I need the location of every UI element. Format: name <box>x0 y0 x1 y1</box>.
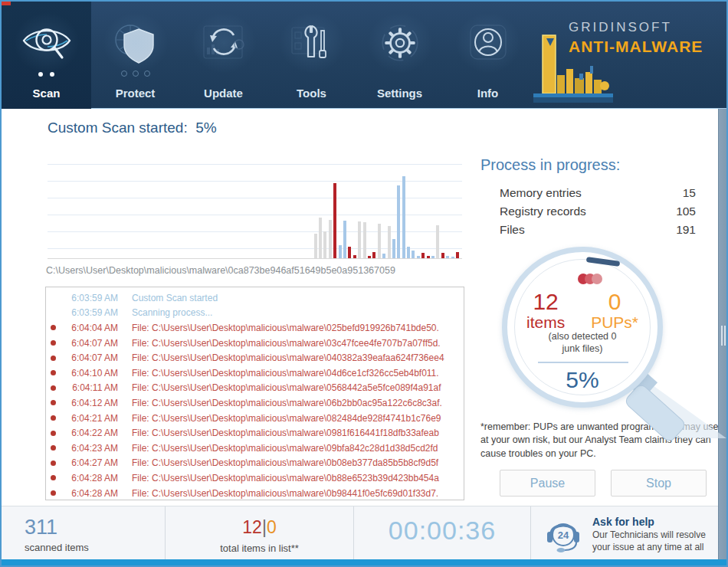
chart-bar <box>427 256 430 258</box>
log-time: 6:04:12 AM <box>60 398 118 408</box>
log-message: File: C:\Users\User\Desktop\malicious\ma… <box>132 382 464 393</box>
detection-bullet-icon <box>51 356 56 361</box>
help-subtitle: Our Technicians will resolve your issue … <box>592 529 706 553</box>
headset-24-icon: 24 <box>542 513 585 556</box>
side-panel-handle[interactable] <box>718 109 728 562</box>
log-message: File: C:\Users\User\Desktop\malicious\ma… <box>132 473 464 483</box>
detection-bullet-icon <box>51 340 56 346</box>
log-time: 6:04:23 AM <box>60 443 118 454</box>
tab-glow <box>279 12 345 74</box>
tab-protect[interactable]: Protect <box>91 2 179 109</box>
tab-tools-label: Tools <box>297 87 326 100</box>
log-message: Custom Scan started <box>132 293 464 303</box>
chart-bar <box>314 234 317 258</box>
log-row[interactable]: 6:03:59 AMCustom Scan started <box>46 290 464 306</box>
chart-bar <box>329 220 332 258</box>
log-row[interactable]: 6:04:22 AMFile: C:\Users\User\Desktop\ma… <box>46 425 464 441</box>
log-row[interactable]: 6:04:07 AMFile: C:\Users\User\Desktop\ma… <box>46 336 464 351</box>
log-row[interactable]: 6:04:28 AMFile: C:\Users\User\Desktop\ma… <box>46 470 464 486</box>
scanned-items-section: 311 scanned items <box>2 506 165 562</box>
log-row[interactable]: 6:04:04 AMFile: C:\Users\User\Desktop\ma… <box>46 320 464 336</box>
stat-label: Memory entries <box>500 186 582 205</box>
tab-update[interactable]: Update <box>179 2 267 109</box>
log-row[interactable]: 6:04:23 AMFile: C:\Users\User\Desktop\ma… <box>46 441 464 456</box>
chart-bar <box>378 224 381 258</box>
log-time: 6:04:27 AM <box>60 457 118 468</box>
detection-bullet-icon <box>51 385 56 391</box>
help-title: Ask for help <box>592 516 654 528</box>
detection-bullet-icon <box>51 490 56 496</box>
log-message: File: C:\Users\User\Desktop\malicious\ma… <box>132 413 464 424</box>
window-corner-decoration <box>2 2 11 5</box>
detection-counts: 12 items 0 PUPs* <box>507 289 657 332</box>
tab-scan[interactable]: Scan <box>2 2 91 109</box>
log-message: File: C:\Users\User\Desktop\malicious\ma… <box>132 398 464 408</box>
elapsed-timer: 00:00:36 <box>354 516 530 546</box>
log-message: File: C:\Users\User\Desktop\malicious\ma… <box>132 338 464 349</box>
chart-bar <box>441 253 444 258</box>
lens-divider <box>538 362 628 363</box>
log-row[interactable]: 6:04:28 AMFile: C:\Users\User\Desktop\ma… <box>46 486 464 500</box>
log-message: File: C:\Users\User\Desktop\malicious\ma… <box>132 428 464 438</box>
ask-for-help-section[interactable]: 24 Ask for help Our Technicians will res… <box>530 506 718 562</box>
total-items-label: total items in list** <box>166 542 353 554</box>
log-row[interactable]: 6:03:59 AMScanning process... <box>46 306 464 321</box>
detection-bullet-icon <box>51 445 56 451</box>
tab-update-label: Update <box>204 87 243 100</box>
tab-info-label: Info <box>477 87 499 100</box>
log-message: File: C:\Users\User\Desktop\malicious\ma… <box>132 443 464 454</box>
log-row[interactable]: 6:04:11 AMFile: C:\Users\User\Desktop\ma… <box>46 381 464 396</box>
log-time: 6:03:59 AM <box>60 307 118 318</box>
stat-row: Memory entries 15 <box>500 186 696 205</box>
log-row[interactable]: 6:04:12 AMFile: C:\Users\User\Desktop\ma… <box>46 395 464 411</box>
log-time: 6:03:59 AM <box>60 293 118 303</box>
chart-bar <box>372 252 375 258</box>
timer-section: 00:00:36 <box>353 506 530 562</box>
chart-bar <box>451 257 454 258</box>
log-message: File: C:\Users\User\Desktop\malicious\ma… <box>132 352 464 363</box>
total-items-section: 12|0 total items in list** <box>165 506 353 562</box>
log-time: 6:04:07 AM <box>60 338 118 349</box>
tab-tools[interactable]: Tools <box>267 2 356 109</box>
tab-info[interactable]: Info <box>444 2 532 109</box>
log-message: File: C:\Users\User\Desktop\malicious\ma… <box>132 368 464 379</box>
detection-dots-icon <box>578 274 602 284</box>
process-title: Process in progress: <box>480 156 620 174</box>
chart-bar <box>397 185 400 258</box>
chart-bar <box>339 245 342 258</box>
detected-count: 12 <box>242 517 262 537</box>
detection-bullet-icon <box>51 295 56 300</box>
detection-bullet-icon <box>51 325 56 330</box>
scan-log[interactable]: 6:03:59 AMCustom Scan started6:03:59 AMS… <box>45 287 464 500</box>
brand-name: GRIDINSOFT <box>569 20 703 35</box>
stat-label: Files <box>500 223 525 241</box>
chart-bar <box>353 255 356 258</box>
log-row[interactable]: 6:04:07 AMFile: C:\Users\User\Desktop\ma… <box>46 350 464 365</box>
pause-button[interactable]: Pause <box>500 470 595 497</box>
tab-settings-label: Settings <box>377 87 422 100</box>
chart-bars <box>314 159 459 258</box>
chart-bar <box>333 183 336 258</box>
scanned-items-count: 311 <box>25 516 57 539</box>
log-row[interactable]: 6:04:21 AMFile: C:\Users\User\Desktop\ma… <box>46 411 464 426</box>
tab-settings[interactable]: Settings <box>356 2 444 109</box>
tab-scan-label: Scan <box>33 87 61 100</box>
chart-bar <box>412 251 415 258</box>
lens-percent: 5% <box>507 367 657 393</box>
chart-bar <box>436 225 439 258</box>
chart-bar <box>358 221 361 258</box>
page-title: Custom Scan started: 5% <box>48 120 217 136</box>
stat-label: Registry records <box>500 205 586 223</box>
log-time: 6:04:07 AM <box>60 352 118 363</box>
total-items-count: 12|0 <box>166 517 353 538</box>
svg-text:24: 24 <box>558 529 569 541</box>
detection-bullet-icon <box>51 475 56 480</box>
tab-protect-label: Protect <box>116 87 156 100</box>
stop-button[interactable]: Stop <box>611 470 707 497</box>
chart-bar <box>456 252 459 258</box>
chart-bar <box>382 254 385 258</box>
magnifier-lens: 12 items 0 PUPs* (also detected 0 junk f… <box>502 247 663 408</box>
log-row[interactable]: 6:04:27 AMFile: C:\Users\User\Desktop\ma… <box>46 456 464 471</box>
tab-glow <box>367 12 433 74</box>
log-row[interactable]: 6:04:10 AMFile: C:\Users\User\Desktop\ma… <box>46 365 464 381</box>
